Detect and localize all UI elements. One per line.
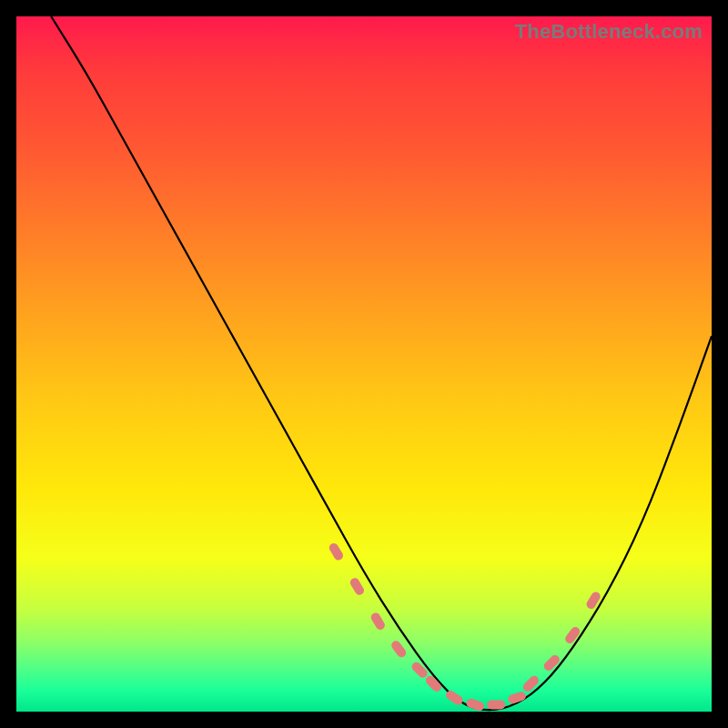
optimal-marker	[521, 674, 541, 693]
optimal-marker	[542, 653, 561, 672]
optimal-marker	[563, 625, 581, 645]
curve-line	[51, 16, 712, 710]
optimal-marker	[487, 700, 505, 709]
optimal-zone-markers	[328, 541, 602, 712]
bottleneck-curve	[16, 16, 712, 712]
optimal-marker	[410, 661, 429, 680]
optimal-marker	[328, 541, 345, 561]
plot-area: TheBottleneck.com	[16, 16, 712, 712]
optimal-marker	[465, 697, 485, 712]
optimal-marker	[369, 612, 387, 632]
chart-frame: TheBottleneck.com	[0, 0, 728, 728]
optimal-marker	[349, 576, 366, 596]
optimal-marker	[389, 639, 408, 659]
